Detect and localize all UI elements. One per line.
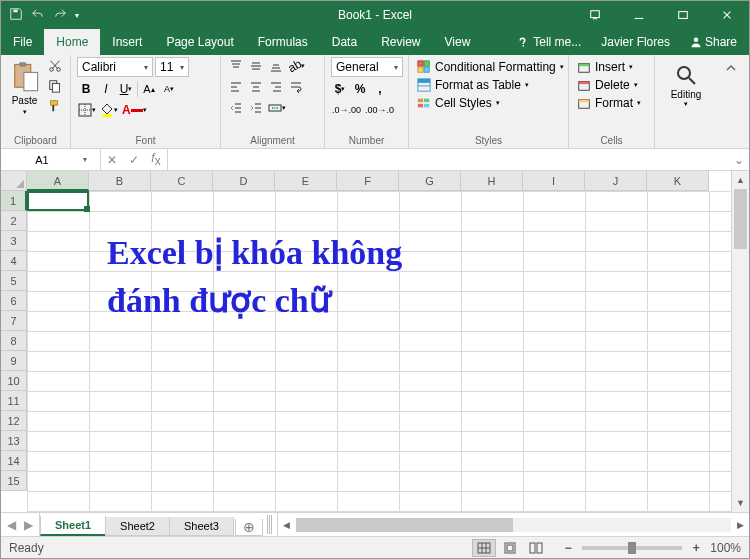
- column-header[interactable]: H: [461, 171, 523, 191]
- row-header[interactable]: 1: [1, 191, 27, 211]
- zoom-slider[interactable]: [582, 546, 682, 550]
- share-button[interactable]: Share: [682, 35, 745, 49]
- column-header[interactable]: F: [337, 171, 399, 191]
- orientation-button[interactable]: ab▾: [287, 57, 306, 75]
- page-break-view-button[interactable]: [524, 539, 548, 557]
- column-header[interactable]: J: [585, 171, 647, 191]
- vertical-scroll-thumb[interactable]: [734, 189, 747, 249]
- cell-grid[interactable]: Excel bị khóa không đánh được chữ: [27, 191, 731, 512]
- tab-insert[interactable]: Insert: [100, 29, 154, 55]
- align-right-button[interactable]: [267, 78, 285, 96]
- font-color-button[interactable]: A▾: [121, 101, 148, 119]
- row-header[interactable]: 5: [1, 271, 27, 291]
- increase-decimal-button[interactable]: .0→.00: [331, 101, 362, 119]
- horizontal-scrollbar[interactable]: ◀ ▶: [277, 513, 749, 536]
- column-header[interactable]: I: [523, 171, 585, 191]
- font-size-combo[interactable]: 11▾: [155, 57, 189, 77]
- redo-icon[interactable]: [53, 7, 67, 24]
- new-sheet-button[interactable]: ⊕: [235, 519, 263, 536]
- row-header[interactable]: 13: [1, 431, 27, 451]
- expand-formula-bar-button[interactable]: ⌄: [729, 149, 749, 170]
- tab-review[interactable]: Review: [369, 29, 432, 55]
- row-header[interactable]: 10: [1, 371, 27, 391]
- cell-styles-button[interactable]: Cell Styles▾: [415, 95, 502, 111]
- tab-formulas[interactable]: Formulas: [246, 29, 320, 55]
- row-header[interactable]: 12: [1, 411, 27, 431]
- ribbon-options-button[interactable]: [573, 1, 617, 29]
- scroll-right-button[interactable]: ▶: [731, 520, 749, 530]
- row-header[interactable]: 9: [1, 351, 27, 371]
- normal-view-button[interactable]: [472, 539, 496, 557]
- sheet-tab-1[interactable]: Sheet1: [40, 516, 106, 536]
- italic-button[interactable]: I: [97, 80, 115, 98]
- minimize-button[interactable]: [617, 1, 661, 29]
- zoom-slider-handle[interactable]: [628, 542, 636, 554]
- align-center-button[interactable]: [247, 78, 265, 96]
- name-box[interactable]: ▾: [1, 149, 101, 170]
- cancel-formula-button[interactable]: ✕: [101, 153, 123, 167]
- format-as-table-button[interactable]: Format as Table▾: [415, 77, 531, 93]
- tab-home[interactable]: Home: [44, 29, 100, 55]
- find-select-button[interactable]: Editing▾: [661, 57, 711, 108]
- decrease-decimal-button[interactable]: .00→.0: [364, 101, 395, 119]
- paste-button[interactable]: Paste▾: [7, 57, 42, 117]
- wrap-text-button[interactable]: [287, 78, 305, 96]
- enter-formula-button[interactable]: ✓: [123, 153, 145, 167]
- tab-page-layout[interactable]: Page Layout: [154, 29, 245, 55]
- row-header[interactable]: 4: [1, 251, 27, 271]
- close-button[interactable]: [705, 1, 749, 29]
- user-account[interactable]: Javier Flores: [593, 35, 678, 49]
- column-header[interactable]: A: [27, 171, 89, 191]
- copy-button[interactable]: [46, 77, 64, 95]
- delete-cells-button[interactable]: Delete▾: [575, 77, 640, 93]
- column-header[interactable]: C: [151, 171, 213, 191]
- decrease-font-button[interactable]: A▾: [160, 80, 178, 98]
- insert-function-button[interactable]: fx: [145, 151, 167, 168]
- undo-icon[interactable]: [31, 7, 45, 24]
- qat-customize-icon[interactable]: ▾: [75, 11, 79, 20]
- tab-nav-buttons[interactable]: ◀▶: [1, 513, 40, 536]
- comma-format-button[interactable]: ,: [371, 80, 389, 98]
- align-middle-button[interactable]: [247, 57, 265, 75]
- number-format-combo[interactable]: General▾: [331, 57, 403, 77]
- format-painter-button[interactable]: [46, 97, 64, 115]
- tab-view[interactable]: View: [433, 29, 483, 55]
- column-header[interactable]: K: [647, 171, 709, 191]
- formula-input[interactable]: [168, 149, 729, 170]
- row-header[interactable]: 15: [1, 471, 27, 491]
- select-all-corner[interactable]: [1, 171, 27, 191]
- column-header[interactable]: G: [399, 171, 461, 191]
- row-header[interactable]: 2: [1, 211, 27, 231]
- maximize-button[interactable]: [661, 1, 705, 29]
- row-header[interactable]: 14: [1, 451, 27, 471]
- format-cells-button[interactable]: Format▾: [575, 95, 643, 111]
- row-header[interactable]: 8: [1, 331, 27, 351]
- align-top-button[interactable]: [227, 57, 245, 75]
- tab-file[interactable]: File: [1, 29, 44, 55]
- vertical-scrollbar[interactable]: ▲ ▼: [731, 171, 749, 512]
- underline-button[interactable]: U▾: [117, 80, 135, 98]
- page-layout-view-button[interactable]: [498, 539, 522, 557]
- decrease-indent-button[interactable]: [227, 99, 245, 117]
- merge-center-button[interactable]: ▾: [267, 99, 287, 117]
- column-header[interactable]: E: [275, 171, 337, 191]
- sheet-tab-2[interactable]: Sheet2: [105, 517, 170, 536]
- scroll-up-button[interactable]: ▲: [732, 171, 749, 189]
- increase-indent-button[interactable]: [247, 99, 265, 117]
- row-header[interactable]: 6: [1, 291, 27, 311]
- borders-button[interactable]: ▾: [77, 101, 97, 119]
- column-header[interactable]: B: [89, 171, 151, 191]
- scroll-left-button[interactable]: ◀: [278, 520, 296, 530]
- conditional-formatting-button[interactable]: Conditional Formatting▾: [415, 59, 566, 75]
- fill-color-button[interactable]: ▾: [99, 101, 119, 119]
- column-header[interactable]: D: [213, 171, 275, 191]
- collapse-ribbon-button[interactable]: [717, 55, 745, 148]
- percent-format-button[interactable]: %: [351, 80, 369, 98]
- horizontal-scroll-thumb[interactable]: [296, 518, 514, 532]
- align-left-button[interactable]: [227, 78, 245, 96]
- font-name-combo[interactable]: Calibri▾: [77, 57, 153, 77]
- increase-font-button[interactable]: A▴: [140, 80, 158, 98]
- name-box-input[interactable]: [1, 154, 77, 166]
- zoom-level[interactable]: 100%: [710, 541, 741, 555]
- scroll-down-button[interactable]: ▼: [732, 494, 749, 512]
